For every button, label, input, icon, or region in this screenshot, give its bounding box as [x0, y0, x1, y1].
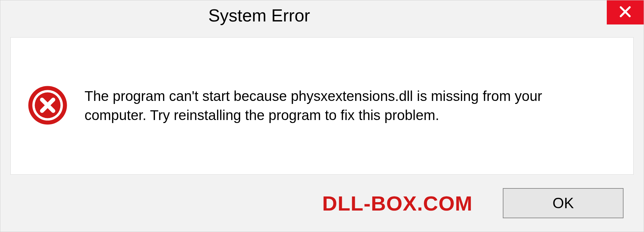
content-panel: The program can't start because physxext… [10, 37, 634, 175]
titlebar: System Error [0, 0, 644, 31]
dialog-title: System Error [208, 5, 310, 25]
close-icon [619, 5, 632, 20]
watermark-text: DLL-BOX.COM [322, 191, 473, 215]
close-button[interactable] [607, 0, 644, 24]
error-message: The program can't start because physxext… [85, 87, 604, 125]
dialog-footer: DLL-BOX.COM OK [0, 175, 644, 232]
ok-button[interactable]: OK [503, 188, 624, 218]
error-icon [28, 85, 68, 127]
system-error-dialog: System Error The program can't start bec… [0, 0, 644, 232]
ok-button-label: OK [552, 195, 574, 212]
